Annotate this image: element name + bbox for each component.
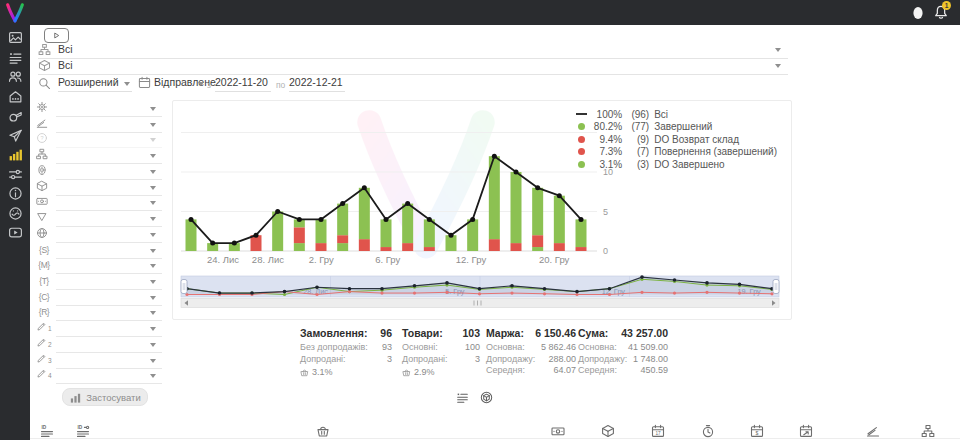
pencil-4-icon: 4 <box>36 368 52 379</box>
toolbar-package-icon[interactable] <box>601 424 615 438</box>
date-from-field[interactable]: 2022-11-20 <box>215 76 271 92</box>
svg-text:6. Гру: 6. Гру <box>375 254 400 265</box>
analytics-chart-icon[interactable] <box>0 145 30 165</box>
filter-dropdown-9[interactable] <box>56 227 162 243</box>
video-tutorials-icon[interactable] <box>0 223 30 243</box>
filter-dropdown-11[interactable]: {M} <box>56 258 162 274</box>
navigator-handle[interactable] <box>181 280 187 294</box>
filter-dropdown-18[interactable]: 4 <box>56 368 162 384</box>
announce-plane-icon[interactable] <box>0 126 30 146</box>
pencil-1-icon: 1 <box>36 321 52 332</box>
filter-dropdown-14[interactable]: {R} <box>56 305 162 321</box>
banknote-icon <box>36 195 52 207</box>
fingerprint-icon <box>36 164 52 176</box>
braces-s-icon: {S} <box>36 245 52 255</box>
play-tour-button[interactable] <box>44 28 69 43</box>
clients-icon[interactable] <box>0 67 30 87</box>
info-icon[interactable] <box>0 184 30 204</box>
apply-button[interactable]: Застосувати <box>62 388 148 406</box>
filter-dropdown-17[interactable]: 3 <box>56 353 162 369</box>
legend-count: (3) <box>622 159 649 170</box>
calendar-icon <box>138 76 151 89</box>
legend-count: (77) <box>622 121 649 132</box>
toolbar-calendar-17-icon[interactable]: 17 <box>651 424 665 438</box>
toolbar-clock-icon[interactable] <box>701 424 715 438</box>
date-type-dropdown[interactable]: Відправлене <box>154 76 198 91</box>
navigator-handle[interactable] <box>773 280 779 294</box>
legend-item-2[interactable]: 80.2% (77) Завершений <box>573 121 777 134</box>
legend-swatch-icon <box>573 136 589 143</box>
stat-sub-value: 450.59 <box>640 365 668 377</box>
company-icon[interactable] <box>0 87 30 107</box>
pencil-3-icon: 3 <box>36 353 52 364</box>
funnel-icon <box>36 211 52 223</box>
stat-sub-value: 5 862.46 <box>541 342 576 354</box>
stat-column-4: Сума:43 257.00Основна:41 509.00Допродажу… <box>578 327 668 377</box>
settings-sliders-icon[interactable] <box>0 165 30 185</box>
filter-dropdown-6[interactable] <box>56 180 162 196</box>
topbar: 1 <box>30 0 960 25</box>
filter-dropdown-15[interactable]: 1 <box>56 321 162 337</box>
braces-t-icon: {T} <box>36 276 52 286</box>
sidebar <box>0 0 30 440</box>
app-logo-icon[interactable] <box>4 2 26 24</box>
stat-percent: 3.1% <box>312 367 333 377</box>
status-filter-dropdown[interactable]: Всі <box>38 42 788 59</box>
toolbar-id-list-icon[interactable]: ID <box>40 424 54 438</box>
promo-whistle-icon[interactable] <box>0 106 30 126</box>
chart-navigator[interactable]: 28. Лис5. Гру12. Гру19. Гру <box>177 275 787 309</box>
filter-dropdown-12[interactable]: {T} <box>56 274 162 290</box>
filter-dropdown-8[interactable] <box>56 211 162 227</box>
status-filter-value: Всі <box>58 43 73 55</box>
assistant-egg-icon[interactable] <box>912 5 924 20</box>
svg-text:28. Лис: 28. Лис <box>252 254 284 265</box>
filter-dropdown-13[interactable]: {C} <box>56 290 162 306</box>
filter-dropdown-7[interactable] <box>56 195 162 211</box>
toolbar-calendar-export-icon[interactable] <box>799 424 813 438</box>
toolbar-calendar-money-icon[interactable]: $ <box>750 424 764 438</box>
toolbar-banknote-icon[interactable] <box>551 424 565 438</box>
dashboard-card-icon[interactable] <box>0 28 30 48</box>
toolbar-sitemap-icon[interactable] <box>921 424 935 438</box>
orders-list-icon[interactable] <box>0 48 30 68</box>
toolbar-margin-slope-icon[interactable] <box>866 424 880 438</box>
analytics-dashboard: 1 Всі Всі Розширений Відправлене з 2022-… <box>0 0 960 440</box>
chevron-down-icon <box>150 186 156 190</box>
product-view-icon[interactable] <box>480 391 493 404</box>
toolbar-id-link-icon[interactable]: ID <box>76 424 90 438</box>
product-filter-dropdown[interactable]: Всі <box>38 58 788 75</box>
braces-m-icon: {M} <box>36 260 52 270</box>
stat-percent: 2.9% <box>414 367 435 377</box>
legend-percent: 7.3% <box>589 146 622 157</box>
legend-swatch-icon <box>573 161 589 168</box>
navigator-scrollbar[interactable] <box>181 299 779 308</box>
gear-icon <box>36 101 52 113</box>
divider <box>30 438 960 439</box>
search-mode-dropdown[interactable]: Розширений <box>58 76 132 92</box>
legend-item-5[interactable]: 3.1% (3) DO Завершено <box>573 158 777 171</box>
list-view-icon[interactable] <box>456 391 469 404</box>
support-icon[interactable] <box>0 204 30 224</box>
svg-text:12. Гру: 12. Гру <box>456 254 487 265</box>
stat-sub-value: 64.07 <box>553 365 576 377</box>
filter-dropdown-2[interactable] <box>56 117 162 133</box>
filter-dropdown-10[interactable]: {S} <box>56 243 162 259</box>
legend-count: (7) <box>622 146 649 157</box>
legend-label: DO Возврат склад <box>654 134 739 145</box>
package-icon <box>36 180 52 192</box>
filter-dropdown-16[interactable]: 2 <box>56 337 162 353</box>
filter-dropdown-5[interactable] <box>56 164 162 180</box>
legend-percent: 100% <box>589 109 622 120</box>
legend-item-4[interactable]: 7.3% (7) Повернення (завершений) <box>573 146 777 159</box>
question-icon: ? <box>36 132 52 144</box>
stat-column-1: Замовлення:96Без допродажів:93Допродані:… <box>300 327 392 377</box>
date-to-field[interactable]: 2022-12-21 <box>289 76 345 92</box>
filter-dropdown-4[interactable] <box>56 148 162 164</box>
filter-dropdown-3[interactable]: ? <box>56 132 162 148</box>
toolbar-basket-icon[interactable] <box>316 424 330 438</box>
stat-sub-value: 41 509.00 <box>628 342 668 354</box>
basket-icon <box>402 368 411 377</box>
filter-dropdown-1[interactable] <box>56 101 162 117</box>
legend-item-1[interactable]: 100% (96) Всі <box>573 108 777 121</box>
legend-item-3[interactable]: 9.4% (9) DO Возврат склад <box>573 133 777 146</box>
